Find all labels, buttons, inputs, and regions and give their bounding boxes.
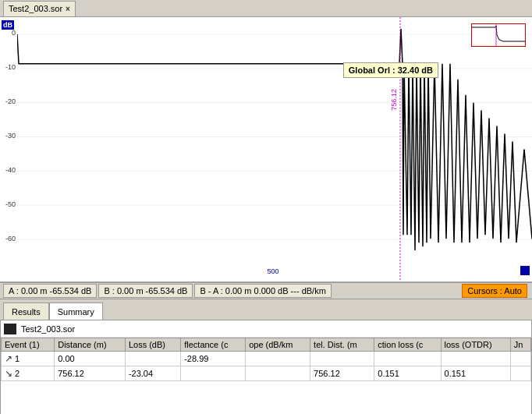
table-area: Test2_003.sor Event (1) Distance (m) Los… (0, 320, 532, 414)
mini-chart[interactable] (471, 23, 526, 47)
status-cursors-text: Cursors : Auto (467, 286, 522, 295)
status-b-minus-a: B - A : 0.00 m 0.000 dB --- dB/km (194, 284, 331, 298)
global-orl-tooltip: Global Orl : 32.40 dB (343, 62, 438, 78)
cell-sectloss-1 (374, 352, 441, 366)
cell-teldist-2: 756.12 (310, 366, 374, 381)
col-slope: ope (dB/km (246, 338, 310, 352)
y-axis: 0 -10 -20 -30 -40 -50 -60 (0, 17, 17, 281)
col-event: Event (1) (2, 338, 55, 352)
cell-sectloss-2: 0.151 (374, 366, 441, 381)
tab-close-button[interactable]: × (66, 5, 70, 13)
chart-svg: 500 756.12 (17, 17, 532, 281)
svg-text:500: 500 (268, 267, 279, 275)
cell-distance-1: 0.00 (55, 352, 126, 366)
svg-rect-9 (520, 266, 530, 275)
y-label-60: -60 (0, 235, 17, 242)
status-b: B : 0.00 m -65.534 dB (98, 284, 193, 298)
col-jn: Jn (510, 338, 530, 352)
status-b-text: B : 0.00 m -65.534 dB (104, 286, 187, 295)
cell-jn-1 (510, 352, 530, 366)
title-bar: Test2_003.sor × (0, 0, 532, 17)
cell-reflectance-1: -28.99 (181, 352, 246, 366)
col-sect-loss: ction loss (c (374, 338, 441, 352)
cell-otdrloss-2: 0.151 (441, 366, 510, 381)
tabs-area: Results Summary (0, 299, 532, 320)
chart-area: dB 0 -10 -20 -30 -40 -50 -60 500 756.12 … (0, 17, 532, 282)
y-label-20: -20 (0, 97, 17, 105)
file-tab[interactable]: Test2_003.sor × (3, 1, 76, 16)
event-end-icon: ↘ (5, 368, 12, 379)
table-header-row: Event (1) Distance (m) Loss (dB) flectan… (2, 338, 531, 352)
y-label-10: -10 (0, 63, 17, 71)
tab-summary[interactable]: Summary (49, 303, 103, 320)
status-a-text: A : 0.00 m -65.534 dB (9, 286, 91, 295)
y-label-50: -50 (0, 200, 17, 208)
col-otdr-loss: loss (OTDR) (441, 338, 510, 352)
file-icon (4, 324, 16, 334)
data-table: Event (1) Distance (m) Loss (dB) flectan… (1, 338, 531, 381)
col-tel-dist: tel. Dist. (m (310, 338, 374, 352)
tab-summary-label: Summary (58, 307, 94, 317)
global-orl-text: Global Orl : 32.40 dB (349, 65, 433, 75)
status-cursors[interactable]: Cursors : Auto (462, 284, 527, 298)
tab-results[interactable]: Results (3, 303, 49, 320)
cell-slope-2 (246, 366, 310, 381)
cell-slope-1 (246, 352, 310, 366)
col-distance: Distance (m) (55, 338, 126, 352)
cell-loss-2: -23.04 (125, 366, 180, 381)
y-label-40: -40 (0, 166, 17, 174)
y-label-0: 0 (0, 29, 17, 37)
tab-label: Test2_003.sor (9, 4, 62, 13)
bottom-panel: Results Summary Test2_003.sor Event (1) … (0, 299, 532, 414)
table-row[interactable]: ↘ 2 756.12 -23.04 756.12 0.151 0.151 (2, 366, 531, 381)
cell-event-2: ↘ 2 (2, 366, 55, 381)
cell-distance-2: 756.12 (55, 366, 126, 381)
file-name: Test2_003.sor (21, 324, 75, 334)
col-reflectance: flectance (c (181, 338, 246, 352)
cell-teldist-1 (310, 352, 374, 366)
cell-jn-2 (510, 366, 530, 381)
cell-reflectance-2 (181, 366, 246, 381)
status-bar: A : 0.00 m -65.534 dB B : 0.00 m -65.534… (0, 282, 532, 299)
y-label-30: -30 (0, 132, 17, 140)
cell-event-1: ↗ 1 (2, 352, 55, 366)
tab-results-label: Results (12, 307, 41, 317)
event-reflect-icon: ↗ (5, 353, 12, 364)
status-a: A : 0.00 m -65.534 dB (3, 284, 97, 298)
cell-loss-1 (125, 352, 180, 366)
status-b-minus-a-text: B - A : 0.00 m 0.000 dB --- dB/km (200, 286, 325, 295)
table-row[interactable]: ↗ 1 0.00 -28.99 (2, 352, 531, 366)
db-axis-label: dB (2, 20, 14, 30)
svg-text:756.12: 756.12 (390, 89, 398, 110)
cell-otdrloss-1 (441, 352, 510, 366)
col-loss: Loss (dB) (125, 338, 180, 352)
file-row: Test2_003.sor (1, 320, 531, 338)
